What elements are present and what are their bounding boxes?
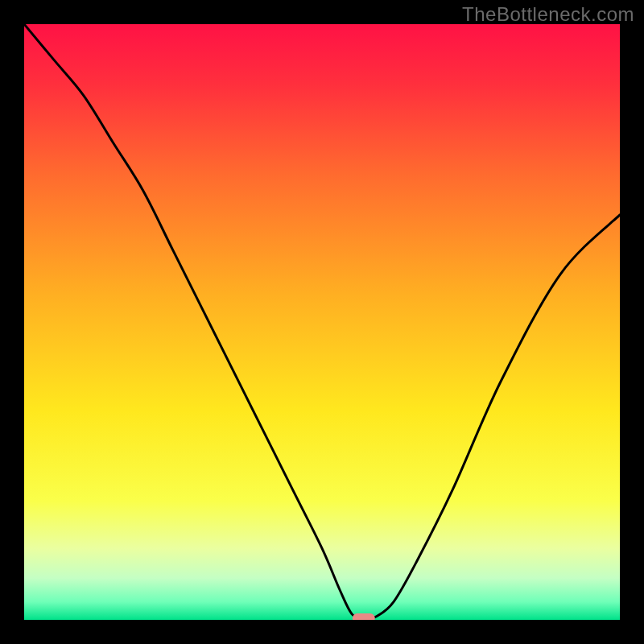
watermark-text: TheBottleneck.com bbox=[462, 3, 634, 26]
bottleneck-chart bbox=[24, 24, 620, 620]
plot-area bbox=[24, 24, 620, 620]
chart-frame: TheBottleneck.com bbox=[0, 0, 644, 644]
optimal-marker bbox=[353, 613, 375, 620]
